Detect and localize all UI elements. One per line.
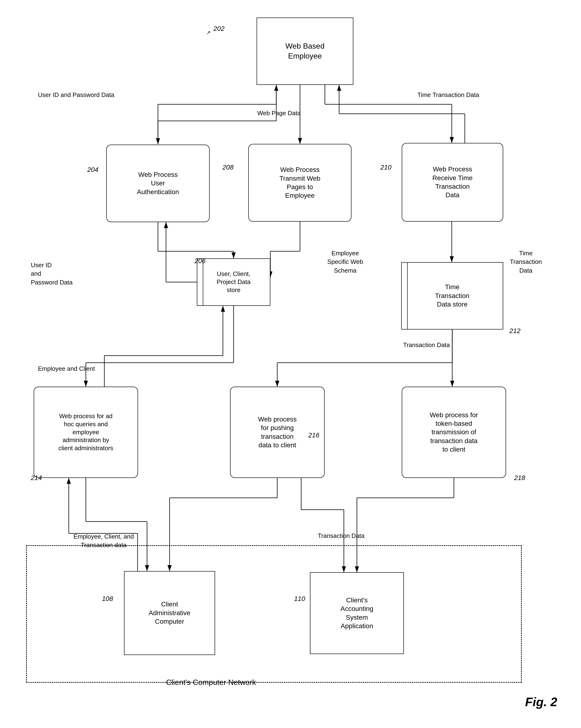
client-admin-computer-label: ClientAdministrativeComputer [149, 600, 191, 626]
label-employee-specific: EmployeeSpecific WebSchema [327, 249, 363, 275]
label-time-transaction-top: Time Transaction Data [418, 91, 479, 99]
label-time-transaction-right: TimeTransactionData [510, 249, 542, 275]
ref-202: 202 [213, 25, 225, 32]
web-process-token-label: Web process fortoken-basedtransmission o… [430, 411, 478, 454]
client-admin-computer-box: ClientAdministrativeComputer [124, 571, 215, 655]
ref-210: 210 [380, 163, 391, 171]
web-process-receive-box: Web ProcessReceive TimeTransactionData [402, 143, 503, 222]
label-employee-and-client: Employee and Client [38, 365, 95, 372]
web-process-token-box: Web process fortoken-basedtransmission o… [402, 387, 506, 478]
label-employee-client-transaction: Employee, Client, andTransaction data [74, 532, 134, 549]
web-process-adhoc-label: Web process for adhoc queries andemploye… [58, 412, 113, 452]
user-client-project-label: User, Client,Project Datastore [217, 270, 250, 294]
web-process-adhoc-box: Web process for adhoc queries andemploye… [34, 387, 138, 478]
clients-accounting-label: Client'sAccountingSystemApplication [340, 596, 374, 630]
label-user-id-password-left: User IDandPassword Data [31, 261, 73, 287]
web-process-pushing-label: Web processfor pushingtransactiondata to… [258, 415, 297, 450]
user-client-project-datastore-box: User, Client,Project Datastore [197, 258, 270, 306]
web-process-receive-label: Web ProcessReceive TimeTransactionData [432, 165, 473, 200]
ref-206: 206 [195, 257, 206, 265]
diagram: Web BasedEmployee 202 ↗ Web ProcessUserA… [0, 0, 581, 728]
ref-108: 108 [102, 595, 113, 603]
ref-208: 208 [223, 163, 234, 171]
ref-202-arrow: ↗ [206, 30, 210, 36]
label-web-page-data: Web Page Data [257, 109, 301, 117]
web-process-transmit-box: Web ProcessTransmit WebPages toEmployee [248, 144, 351, 222]
clients-network-label: Client's Computer Network [166, 678, 256, 687]
label-transaction-data-bottom: Transaction Data [318, 532, 364, 540]
ref-218: 218 [514, 474, 525, 482]
ref-214: 214 [31, 474, 42, 482]
ref-212: 212 [509, 327, 521, 335]
clients-network-border [26, 545, 522, 683]
ref-216: 216 [308, 432, 320, 439]
label-transaction-data-right: Transaction Data [403, 341, 450, 349]
web-process-user-auth-label: Web ProcessUserAuthentication [137, 171, 179, 196]
fig-label: Fig. 2 [525, 695, 557, 709]
web-based-employee-box: Web BasedEmployee [257, 18, 353, 85]
web-process-user-auth-box: Web ProcessUserAuthentication [106, 145, 210, 222]
time-transaction-datastore-label: TimeTransactionData store [435, 283, 469, 309]
web-process-transmit-label: Web ProcessTransmit WebPages toEmployee [279, 165, 320, 200]
ref-204: 204 [87, 166, 98, 174]
clients-accounting-box: Client'sAccountingSystemApplication [310, 572, 404, 654]
time-transaction-datastore-box: TimeTransactionData store [401, 262, 503, 330]
web-based-employee-label: Web BasedEmployee [285, 41, 325, 61]
label-user-id-password-top: User ID and Password Data [38, 91, 114, 99]
ref-110: 110 [294, 595, 305, 603]
